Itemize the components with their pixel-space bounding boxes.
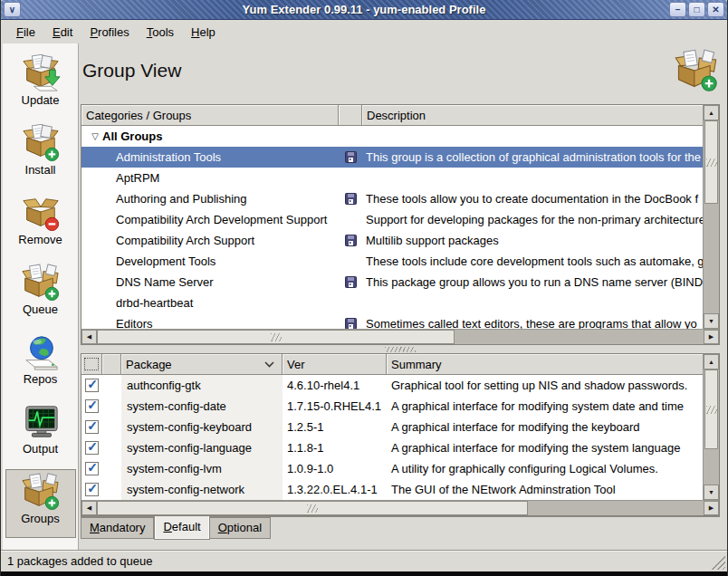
groups-pane: Categories / Groups Description ▽All Gro…	[81, 104, 720, 345]
packages-vertical-scrollbar[interactable]: ▲ ▼	[703, 354, 719, 500]
package-row-system-config-keyboard[interactable]: ✓ system-config-keyboard 1.2.5-1 A graph…	[81, 417, 703, 437]
group-row-editors[interactable]: Editors Sometimes called text editors, t…	[81, 313, 703, 329]
scrollbar-thumb[interactable]	[97, 330, 455, 344]
groups-vertical-scrollbar[interactable]: ▲ ▼	[703, 105, 719, 329]
sidebar-item-label: Update	[22, 93, 60, 107]
menu-help[interactable]: Help	[188, 24, 218, 41]
column-header-summary[interactable]: Summary	[387, 354, 703, 375]
window-menu-button[interactable]: ∨	[4, 2, 21, 17]
group-row-compat-arch-dev-support[interactable]: Compatibility Arch Development Support S…	[81, 209, 703, 230]
groups-horizontal-scrollbar[interactable]: ◀ ▶	[81, 329, 719, 344]
resize-grip-icon[interactable]	[711, 555, 725, 570]
sidebar-item-label: Groups	[21, 512, 60, 525]
arrow-left-icon: ◀	[87, 333, 91, 341]
group-row-dns-name-server[interactable]: DNS Name Server This package group allow…	[81, 272, 703, 293]
scroll-down-button[interactable]: ▼	[704, 313, 719, 329]
scroll-right-button[interactable]: ▶	[704, 330, 719, 344]
thumb-grip	[307, 504, 318, 513]
tab-default[interactable]: Default	[154, 516, 209, 540]
sidebar-item-install[interactable]: Install	[5, 120, 76, 189]
minimize-icon: –	[675, 5, 681, 14]
package-checkbox[interactable]: ✓	[85, 462, 99, 475]
packages-header-row: Package Ver Summary	[81, 354, 719, 375]
column-header-status[interactable]	[102, 354, 121, 375]
menu-file[interactable]: File	[14, 24, 38, 41]
package-row-authconfig-gtk[interactable]: ✓ authconfig-gtk 4.6.10-rhel4.1 Graphica…	[81, 375, 703, 396]
remove-icon	[20, 194, 62, 232]
thumb-grip	[271, 333, 282, 341]
pane-splitter[interactable]	[81, 346, 720, 353]
scrollbar-thumb[interactable]	[704, 370, 718, 449]
group-row-authoring-publishing[interactable]: Authoring and Publishing These tools all…	[81, 188, 703, 209]
update-icon	[20, 54, 62, 92]
column-header-package[interactable]: Package	[121, 354, 283, 375]
package-row-system-config-date[interactable]: ✓ system-config-date 1.7.15-0.RHEL4.1 A …	[81, 396, 703, 417]
group-row-administration-tools[interactable]: Administration Tools This group is a col…	[81, 147, 703, 168]
arrow-down-icon: ▼	[708, 489, 714, 495]
sidebar-item-label: Install	[25, 163, 56, 177]
arrow-down-icon: ▼	[708, 318, 714, 324]
group-row-development-tools[interactable]: Development Tools These tools include co…	[81, 251, 703, 272]
column-header-categories[interactable]: Categories / Groups	[81, 105, 339, 126]
groups-header-row: Categories / Groups Description	[81, 105, 719, 126]
menu-edit[interactable]: Edit	[50, 24, 75, 41]
expander-icon[interactable]: ▽	[88, 131, 102, 141]
package-row-system-config-lvm[interactable]: ✓ system-config-lvm 1.0.9-1.0 A utility …	[81, 458, 703, 479]
scrollbar-track[interactable]	[97, 330, 704, 344]
menu-profiles[interactable]: Profiles	[87, 24, 131, 41]
titlebar[interactable]: ∨ Yum Extender 0.99.11 - yum-enabled Pro…	[1, 0, 727, 20]
group-row-drbd-heartbeat[interactable]: drbd-heartbeat	[81, 293, 703, 313]
column-header-icon[interactable]	[339, 105, 362, 126]
arrow-right-icon: ▶	[709, 504, 714, 512]
sort-descending-icon	[264, 361, 274, 368]
scroll-left-button[interactable]: ◀	[81, 330, 97, 344]
scrollbar-track[interactable]	[97, 501, 704, 515]
column-header-ver[interactable]: Ver	[283, 354, 387, 375]
package-checkbox[interactable]: ✓	[85, 399, 99, 413]
sidebar-item-update[interactable]: Update	[5, 51, 76, 120]
scroll-right-button[interactable]: ▶	[704, 501, 719, 515]
package-row-system-config-language[interactable]: ✓ system-config-language 1.1.8-1 A graph…	[81, 437, 703, 458]
package-checkbox[interactable]: ✓	[85, 483, 99, 496]
column-header-description[interactable]: Description	[362, 105, 703, 126]
scrollbar-thumb[interactable]	[704, 120, 718, 204]
package-checkbox[interactable]: ✓	[85, 379, 99, 392]
group-parent-row[interactable]: ▽All Groups	[81, 126, 703, 147]
window-bottom-edge	[1, 571, 727, 576]
package-row-system-config-network[interactable]: ✓ system-config-network 1.3.22.0.EL.4.1-…	[81, 479, 703, 500]
app-window: ∨ Yum Extender 0.99.11 - yum-enabled Pro…	[0, 0, 728, 576]
menu-tools[interactable]: Tools	[144, 24, 177, 41]
scroll-left-button[interactable]: ◀	[81, 501, 97, 515]
packages-list: ✓ authconfig-gtk 4.6.10-rhel4.1 Graphica…	[81, 375, 703, 500]
scrollbar-thumb[interactable]	[97, 501, 528, 515]
sidebar-item-queue[interactable]: Queue	[5, 260, 76, 329]
package-checkbox[interactable]: ✓	[85, 420, 99, 434]
sidebar-item-remove[interactable]: Remove	[5, 190, 76, 259]
minimize-button[interactable]: –	[669, 2, 686, 17]
tab-optional[interactable]: Optional	[210, 517, 271, 539]
sidebar-item-groups[interactable]: Groups	[5, 469, 76, 538]
close-button[interactable]: ✕	[707, 2, 724, 17]
scroll-up-button[interactable]: ▲	[704, 354, 719, 370]
select-all-box[interactable]	[84, 358, 99, 370]
group-row-compat-arch-support[interactable]: Compatibility Arch Support Multilib supp…	[81, 230, 703, 251]
sidebar-item-repos[interactable]: Repos	[5, 330, 76, 398]
splitter-grip-icon	[385, 347, 416, 352]
queue-icon	[20, 264, 62, 302]
maximize-button[interactable]: □	[688, 2, 705, 17]
group-row-aptrpm[interactable]: AptRPM	[81, 168, 703, 188]
floppy-icon	[345, 276, 357, 288]
tab-mandatory[interactable]: Mandatory	[81, 517, 154, 539]
sidebar: Update Install	[3, 43, 79, 550]
sidebar-item-output[interactable]: Output	[5, 399, 76, 468]
column-header-select[interactable]	[81, 354, 102, 375]
sidebar-item-label: Repos	[24, 372, 58, 386]
scroll-down-button[interactable]: ▼	[704, 485, 719, 500]
groups-icon	[20, 473, 62, 511]
scroll-up-button[interactable]: ▲	[704, 105, 719, 120]
packages-pane: Package Ver Summary ✓ authconfig-gtk 4.6…	[81, 353, 720, 516]
packages-horizontal-scrollbar[interactable]: ◀ ▶	[81, 500, 719, 515]
package-checkbox[interactable]: ✓	[85, 441, 99, 455]
thumb-grip	[706, 158, 717, 167]
group-view-icon	[673, 49, 720, 92]
